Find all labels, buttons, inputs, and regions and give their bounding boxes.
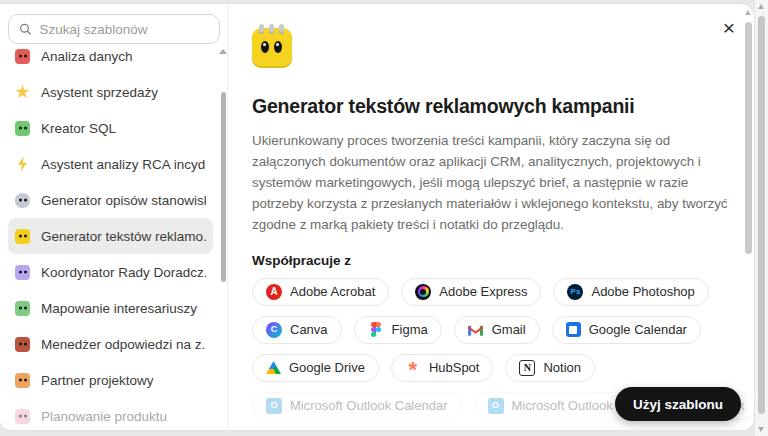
sidebar-item-label: Asystent analizy RCA incyd... [41, 157, 206, 172]
notepad-icon [15, 229, 30, 244]
sidebar-item-label: Koordynator Rady Doradcz... [41, 265, 206, 280]
sidebar-scroll-up-arrow[interactable] [219, 49, 227, 54]
modal-scrollbar-thumb[interactable] [745, 22, 752, 254]
briefcase-icon [15, 337, 30, 352]
sidebar-item-planowanie-produktu[interactable]: Planowanie produktu [8, 398, 213, 424]
database-icon [15, 121, 30, 136]
adobe-express-icon [415, 284, 431, 300]
notion-icon: N [519, 360, 535, 376]
sidebar-item-mapowanie-interesariuszy[interactable]: Mapowanie interesariuszy [8, 290, 213, 326]
works-with-heading: Współpracuje z [252, 253, 754, 268]
sidebar-item-label: Mapowanie interesariuszy [41, 301, 197, 316]
modal-scrollbar[interactable] [745, 10, 752, 422]
adobe-acrobat-icon: A [266, 284, 282, 300]
integrations-row-1: A Adobe Acrobat Adobe Express Ps Adobe P… [252, 278, 754, 306]
integration-chip-outlook-calendar[interactable]: O Microsoft Outlook Calendar [252, 392, 462, 420]
chip-label: Adobe Express [439, 284, 527, 299]
chip-label: Gmail [492, 322, 526, 337]
integrations-row-2: C Canva Figma [252, 316, 754, 344]
sidebar-item-label: Generator tekstów reklamo... [41, 229, 206, 244]
template-picker-modal: Analiza danych Asystent sprzedaży Kreato… [0, 4, 754, 430]
integration-chip-canva[interactable]: C Canva [252, 316, 342, 344]
template-list: Analiza danych Asystent sprzedaży Kreato… [0, 48, 221, 424]
integration-chip-google-drive[interactable]: Google Drive [252, 354, 379, 382]
outlook-calendar-icon: O [266, 398, 282, 414]
sidebar-item-label: Kreator SQL [41, 121, 116, 136]
outlook-email-icon: O [488, 398, 504, 414]
gmail-icon [468, 322, 484, 338]
search-input[interactable] [39, 22, 209, 37]
google-drive-icon [266, 361, 281, 374]
page-scroll-up-arrow[interactable] [758, 4, 764, 9]
robot-icon [15, 301, 30, 316]
adobe-photoshop-icon: Ps [567, 284, 583, 300]
monitor-icon [15, 373, 30, 388]
template-detail-panel: × Generator tekstów reklamowych kampanii… [228, 4, 754, 430]
notepad-with-eyes-icon [252, 28, 292, 68]
chip-label: Google Drive [289, 360, 365, 375]
page-scrollbar[interactable] [755, 0, 768, 436]
sidebar-item-label: Generator opisów stanowisk [41, 193, 206, 208]
template-description: Ukierunkowany proces tworzenia treści ka… [252, 131, 734, 236]
chip-label: Notion [543, 360, 581, 375]
star-icon [15, 85, 30, 100]
chip-label: Google Calendar [589, 322, 687, 337]
chip-label: Canva [290, 322, 328, 337]
search-box[interactable] [8, 14, 220, 44]
hubspot-icon: * [405, 362, 421, 378]
sidebar-item-label: Analiza danych [41, 49, 133, 64]
badge-icon [15, 265, 30, 280]
integration-chip-notion[interactable]: N Notion [505, 354, 595, 382]
integration-chip-hubspot[interactable]: * HubSpot [391, 354, 494, 382]
google-calendar-icon [566, 322, 581, 337]
sidebar-item-analiza-danych[interactable]: Analiza danych [8, 48, 213, 74]
chip-label: HubSpot [429, 360, 480, 375]
chip-label: Microsoft Outlook Calendar [290, 398, 448, 413]
chart-icon [15, 49, 30, 64]
integration-chip-adobe-photoshop[interactable]: Ps Adobe Photoshop [553, 278, 708, 306]
integration-chip-adobe-acrobat[interactable]: A Adobe Acrobat [252, 278, 389, 306]
cloud-icon [15, 193, 30, 208]
modal-scroll-up-arrow[interactable] [745, 10, 751, 15]
sidebar-item-koordynator-rady-doradczej[interactable]: Koordynator Rady Doradcz... [8, 254, 213, 290]
sidebar-item-label: Planowanie produktu [41, 409, 167, 424]
sidebar-scrollbar-thumb[interactable] [221, 92, 226, 282]
sidebar-item-asystent-analizy-rca[interactable]: Asystent analizy RCA incyd... [8, 146, 213, 182]
use-template-button[interactable]: Użyj szablonu [615, 387, 741, 421]
sidebar-item-generator-opisow-stanowisk[interactable]: Generator opisów stanowisk [8, 182, 213, 218]
chip-label: Figma [392, 322, 428, 337]
sidebar-item-menedzer-odpowiedzi[interactable]: Menedżer odpowiedzi na z... [8, 326, 213, 362]
integration-chip-google-calendar[interactable]: Google Calendar [552, 316, 701, 344]
template-sidebar: Analiza danych Asystent sprzedaży Kreato… [0, 4, 228, 430]
integration-chip-figma[interactable]: Figma [354, 316, 442, 344]
canva-icon: C [266, 322, 282, 338]
chip-label: Adobe Photoshop [591, 284, 694, 299]
sidebar-item-label: Partner projektowy [41, 373, 154, 388]
integrations-row-3: Google Drive * HubSpot N Notion [252, 354, 754, 382]
sidebar-item-kreator-sql[interactable]: Kreator SQL [8, 110, 213, 146]
integration-chip-adobe-express[interactable]: Adobe Express [401, 278, 541, 306]
figma-icon [368, 322, 384, 338]
chip-label: Adobe Acrobat [290, 284, 375, 299]
page-title: Generator tekstów reklamowych kampanii [252, 95, 754, 118]
lightning-icon [15, 157, 30, 172]
sidebar-item-asystent-sprzedazy[interactable]: Asystent sprzedaży [8, 74, 213, 110]
search-icon [19, 22, 31, 36]
close-icon[interactable]: × [716, 14, 742, 40]
sidebar-item-partner-projektowy[interactable]: Partner projektowy [8, 362, 213, 398]
page-scrollbar-thumb[interactable] [758, 16, 765, 414]
sidebar-item-label: Menedżer odpowiedzi na z... [41, 337, 206, 352]
sidebar-item-generator-tekstow-reklamowych[interactable]: Generator tekstów reklamo... [8, 218, 213, 254]
sidebar-item-label: Asystent sprzedaży [41, 85, 158, 100]
integration-chip-gmail[interactable]: Gmail [454, 316, 540, 344]
blocks-icon [15, 409, 30, 424]
page-scroll-down-arrow[interactable] [758, 427, 764, 432]
